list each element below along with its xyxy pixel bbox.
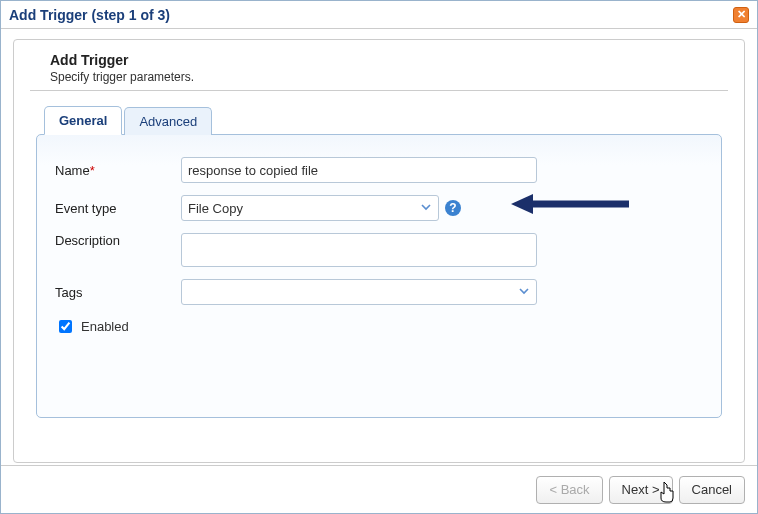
cancel-button[interactable]: Cancel (679, 476, 745, 504)
tab-body-general: Name* Event type File Copy ? (36, 134, 722, 418)
name-label: Name* (55, 163, 181, 178)
help-icon[interactable]: ? (445, 200, 461, 216)
title-bar: Add Trigger (step 1 of 3) ✕ (1, 1, 757, 29)
required-marker: * (90, 163, 95, 178)
tab-label: Advanced (139, 114, 197, 129)
dialog-footer: < Back Next > Cancel (1, 465, 757, 513)
tab-label: General (59, 113, 107, 128)
tab-advanced[interactable]: Advanced (124, 107, 212, 135)
name-label-text: Name (55, 163, 90, 178)
chevron-down-icon (420, 201, 432, 216)
enabled-checkbox[interactable] (59, 320, 72, 333)
tags-select[interactable] (181, 279, 537, 305)
section-subtitle: Specify trigger parameters. (50, 70, 728, 84)
row-tags: Tags (55, 279, 703, 305)
event-type-label: Event type (55, 201, 181, 216)
tab-general[interactable]: General (44, 106, 122, 135)
row-description: Description (55, 233, 703, 267)
section-title: Add Trigger (50, 52, 728, 68)
tab-strip: General Advanced (36, 106, 722, 135)
divider (30, 90, 728, 91)
enabled-checkbox-wrap[interactable]: Enabled (55, 317, 129, 336)
tabs-container: General Advanced Name* Event type (36, 105, 722, 418)
row-name: Name* (55, 157, 703, 183)
event-type-value: File Copy (188, 201, 243, 216)
close-icon: ✕ (737, 9, 746, 20)
dialog-content: Add Trigger Specify trigger parameters. … (13, 39, 745, 463)
event-type-select[interactable]: File Copy (181, 195, 439, 221)
close-button[interactable]: ✕ (733, 7, 749, 23)
chevron-down-icon (518, 285, 530, 300)
window-title: Add Trigger (step 1 of 3) (9, 7, 170, 23)
name-input[interactable] (181, 157, 537, 183)
row-event-type: Event type File Copy ? (55, 195, 703, 221)
enabled-label: Enabled (81, 319, 129, 334)
next-button[interactable]: Next > (609, 476, 673, 504)
dialog-window: Add Trigger (step 1 of 3) ✕ Add Trigger … (0, 0, 758, 514)
row-enabled: Enabled (55, 317, 703, 336)
description-label: Description (55, 233, 181, 248)
back-button: < Back (536, 476, 602, 504)
tags-label: Tags (55, 285, 181, 300)
description-input[interactable] (181, 233, 537, 267)
